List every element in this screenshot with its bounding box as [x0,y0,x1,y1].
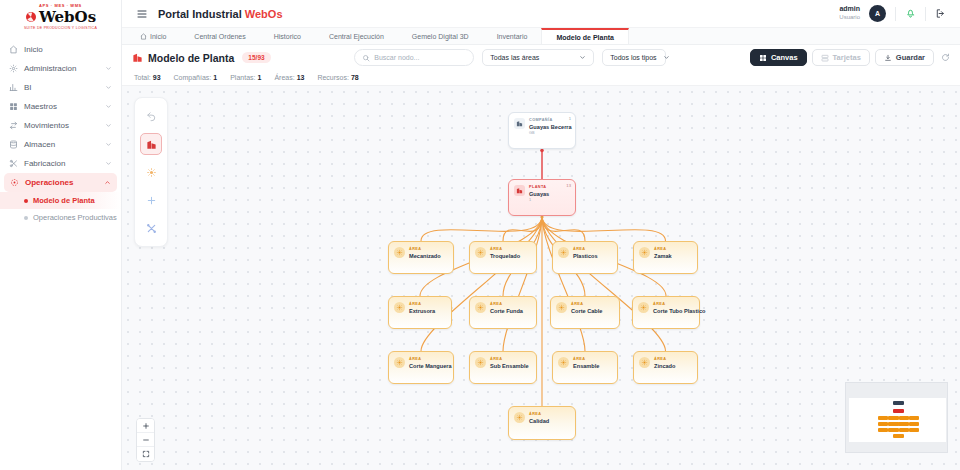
chevron-down-icon [105,122,112,129]
sidebar-item-maestros[interactable]: Maestros [0,97,121,116]
area-node-plasticos[interactable]: ÁREAPlasticos [552,241,618,274]
sidebar-item-label: Almacen [24,140,55,149]
sidebar-item-administracion[interactable]: Administracion [0,59,121,78]
node-name: Corte Tubo Plastico [653,308,705,314]
tab-label: Inventario [497,33,528,40]
chevron-down-icon [105,65,112,72]
sidebar-item-label: Operaciones [25,178,73,187]
types-filter-select[interactable]: Todos los tipos [602,49,666,66]
plant-model-canvas[interactable]: 1COMPAÑÍAGuayas BecerraGB13PLANTAGuayas1… [122,86,960,470]
area-node-zamak[interactable]: ÁREAZamak [633,241,698,274]
search-input[interactable] [374,54,466,61]
page-toolbar: Modelo de Planta 15/93 Todas las áreas T… [122,45,960,70]
area-node-mecanizado[interactable]: ÁREAMecanizado [388,241,454,274]
node-type-label: ÁREA [490,247,520,251]
add-plant-button[interactable] [140,133,162,155]
node-type-label: ÁREA [490,357,529,361]
area-node-corte-cable[interactable]: ÁREACorte Cable [550,296,620,329]
add-resource-button[interactable] [140,217,162,239]
area-node-troquelado[interactable]: ÁREATroquelado [469,241,537,274]
app-logo[interactable]: APS · MES · WMS WebOs SUITE DE PRODUCCIO… [0,0,121,34]
node-type-label: COMPAÑÍA [529,118,572,122]
child-count: 1 [569,116,571,121]
zoom-in-button[interactable] [137,419,154,433]
logout-icon[interactable] [935,8,946,19]
tab-inventario[interactable]: Inventario [483,28,542,44]
tab-gemelo-digital-3d[interactable]: Gemelo Digital 3D [398,28,483,44]
plant-node-guayas[interactable]: 13PLANTAGuayas1 [508,179,576,216]
tab-historico[interactable]: Historico [260,28,315,44]
cards-view-button[interactable]: Tarjetas [812,49,870,66]
add-node-button[interactable] [140,189,162,211]
area-node-ensamble[interactable]: ÁREAEnsamble [552,351,618,384]
node-name: Sub Ensamble [490,363,529,369]
topbar: Portal Industrial WebOs admin Usuario A [122,0,960,28]
add-area-button[interactable] [140,161,162,183]
menu-toggle-icon[interactable] [136,8,148,20]
stat-total: Total:93 [134,74,161,81]
sidebar-item-movimientos[interactable]: Movimientos [0,116,121,135]
tab-label: Inicio [150,33,166,40]
minimap-node-ensamble [899,428,909,432]
node-type-label: ÁREA [409,247,441,251]
stat-plantas: Plantas:1 [230,74,261,81]
area-node-corte-tubo-plastico[interactable]: ÁREACorte Tubo Plastico [632,296,700,329]
area-node-corte-funda[interactable]: ÁREACorte Funda [469,296,537,329]
area-node-sub-ensamble[interactable]: ÁREASub Ensamble [469,351,537,384]
sidebar-item-almacen[interactable]: Almacen [0,135,121,154]
minimap-viewport[interactable] [849,398,946,442]
area-icon [475,357,486,368]
sidebar-item-label: Fabricacion [24,159,65,168]
minimap-node-corte-cable [898,422,909,426]
area-node-zincado[interactable]: ÁREAZincado [633,351,698,384]
minimap-node-guayas [893,409,904,413]
area-node-corte-manguera[interactable]: ÁREACorte Manguera [388,351,454,384]
save-button[interactable]: Guardar [875,49,934,66]
node-type-label: ÁREA [409,357,452,361]
scissors-icon [9,159,18,168]
sidebar-item-inicio[interactable]: Inicio [0,40,121,59]
user-menu[interactable]: admin Usuario [839,5,860,21]
avatar[interactable]: A [869,5,886,22]
areas-filter-select[interactable]: Todas las áreas [482,49,594,66]
tab-central-ordenes[interactable]: Central Ordenes [180,28,259,44]
sidebar-item-label: Administracion [24,64,76,73]
node-name: Extrusora [409,308,435,314]
sidebar-subitem-operaciones-productivas[interactable]: Operaciones Productivas [0,209,121,226]
minimap[interactable] [845,382,948,453]
area-icon [638,302,649,313]
stats-bar: Total:93Compañías:1Plantas:1Áreas:13Recu… [122,70,960,86]
tab-inicio[interactable]: Inicio [126,28,180,44]
canvas-view-button[interactable]: Canvas [750,49,807,66]
area-icon [639,247,650,258]
bullet-dot-icon [24,216,28,220]
tab-label: Modelo de Planta [556,34,614,41]
sidebar-item-operaciones[interactable]: Operaciones [4,173,117,192]
undo-button[interactable] [140,105,162,127]
zoom-out-button[interactable] [137,433,154,447]
minimap-node-troquelado [888,416,899,420]
area-node-calidad[interactable]: ÁREACalidad [508,406,576,440]
area-icon [558,247,569,258]
tab-central-ejecucion[interactable]: Central Ejecución [315,28,398,44]
area-icon [556,302,567,313]
area-node-extrusora[interactable]: ÁREAExtrusora [388,296,452,329]
sidebar-item-label: Movimientos [24,121,69,130]
area-icon [394,247,405,258]
sidebar-subitem-modelo-de-planta[interactable]: Modelo de Planta [0,192,121,209]
sidebar-item-label: BI [24,83,32,92]
stat-recursos: Recursos:78 [317,74,358,81]
bullet-dot-icon [24,199,28,203]
node-search [354,49,474,66]
fit-view-button[interactable] [137,447,154,461]
tab-modelo-de-planta[interactable]: Modelo de Planta [541,28,629,44]
refresh-icon[interactable] [941,53,950,62]
sidebar-item-bi[interactable]: BI [0,78,121,97]
sidebar-item-fabricacion[interactable]: Fabricacion [0,154,121,173]
page-title: Modelo de Planta [132,52,234,64]
notifications-bell-icon[interactable] [905,8,916,19]
company-node-guayas-becerra[interactable]: 1COMPAÑÍAGuayas BecerraGB [508,112,576,149]
logo-tagline: SUITE DE PRODUCCION Y LOGISTICA [6,26,115,30]
cards-icon [821,54,829,62]
chevron-down-icon [105,141,112,148]
